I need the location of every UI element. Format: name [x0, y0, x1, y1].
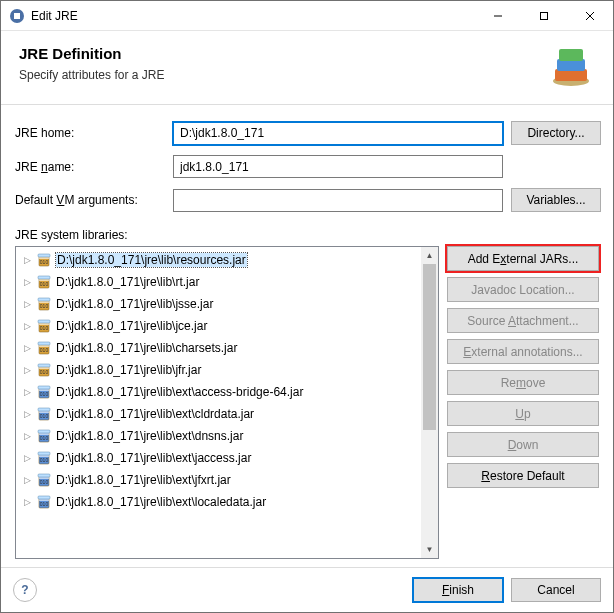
expand-icon[interactable]: ▷ [20, 387, 34, 397]
header-title: JRE Definition [19, 45, 595, 62]
tree-item[interactable]: ▷010D:\jdk1.8.0_171\jre\lib\ext\access-b… [16, 381, 421, 403]
tree-item[interactable]: ▷010D:\jdk1.8.0_171\jre\lib\ext\jfxrt.ja… [16, 469, 421, 491]
svg-rect-40 [38, 408, 50, 411]
svg-rect-48 [38, 452, 50, 455]
remove-button[interactable]: Remove [447, 370, 599, 395]
tree-item[interactable]: ▷010D:\jdk1.8.0_171\jre\lib\ext\localeda… [16, 491, 421, 513]
directory-button[interactable]: Directory... [511, 121, 601, 145]
svg-text:010: 010 [40, 325, 49, 331]
tree-item-label: D:\jdk1.8.0_171\jre\lib\ext\dnsns.jar [56, 429, 243, 443]
jar-icon: 010 [36, 362, 52, 378]
jre-home-input[interactable] [173, 122, 503, 145]
jre-name-input[interactable] [173, 155, 503, 178]
tree-item[interactable]: ▷010D:\jdk1.8.0_171\jre\lib\rt.jar [16, 271, 421, 293]
jar-icon: 010 [36, 274, 52, 290]
down-button[interactable]: Down [447, 432, 599, 457]
expand-icon[interactable]: ▷ [20, 299, 34, 309]
jre-home-label: JRE home: [15, 126, 165, 140]
scroll-down-icon[interactable]: ▼ [421, 541, 438, 558]
tree-item-label: D:\jdk1.8.0_171\jre\lib\ext\localedata.j… [56, 495, 266, 509]
up-button[interactable]: Up [447, 401, 599, 426]
libraries-area: ▷010D:\jdk1.8.0_171\jre\lib\resources.ja… [15, 246, 601, 559]
close-button[interactable] [567, 1, 613, 31]
tree-item[interactable]: ▷010D:\jdk1.8.0_171\jre\lib\ext\cldrdata… [16, 403, 421, 425]
svg-rect-56 [38, 496, 50, 499]
expand-icon[interactable]: ▷ [20, 365, 34, 375]
source-attachment-button[interactable]: Source Attachment... [447, 308, 599, 333]
window-title: Edit JRE [31, 9, 475, 23]
tree-item-label: D:\jdk1.8.0_171\jre\lib\ext\jaccess.jar [56, 451, 251, 465]
svg-rect-32 [38, 364, 50, 367]
expand-icon[interactable]: ▷ [20, 431, 34, 441]
jar-icon: 010 [36, 494, 52, 510]
dialog-window: Edit JRE JRE Definition Specify attribut… [0, 0, 614, 613]
jar-icon: 010 [36, 472, 52, 488]
svg-text:010: 010 [40, 303, 49, 309]
expand-icon[interactable]: ▷ [20, 321, 34, 331]
vm-args-label: Default VM arguments: [15, 193, 165, 207]
app-icon [9, 8, 25, 24]
jar-icon: 010 [36, 406, 52, 422]
tree-item[interactable]: ▷010D:\jdk1.8.0_171\jre\lib\ext\jaccess.… [16, 447, 421, 469]
svg-rect-52 [38, 474, 50, 477]
svg-text:010: 010 [40, 281, 49, 287]
svg-rect-16 [38, 276, 50, 279]
expand-icon[interactable]: ▷ [20, 497, 34, 507]
svg-text:010: 010 [40, 259, 49, 265]
vm-args-row: Default VM arguments: Variables... [15, 188, 601, 212]
expand-icon[interactable]: ▷ [20, 255, 34, 265]
tree-item-label: D:\jdk1.8.0_171\jre\lib\ext\cldrdata.jar [56, 407, 254, 421]
titlebar: Edit JRE [1, 1, 613, 31]
tree-item-label: D:\jdk1.8.0_171\jre\lib\charsets.jar [56, 341, 237, 355]
jar-icon: 010 [36, 252, 52, 268]
svg-text:010: 010 [40, 457, 49, 463]
expand-icon[interactable]: ▷ [20, 277, 34, 287]
expand-icon[interactable]: ▷ [20, 409, 34, 419]
tree-item[interactable]: ▷010D:\jdk1.8.0_171\jre\lib\jce.jar [16, 315, 421, 337]
tree-item-label: D:\jdk1.8.0_171\jre\lib\rt.jar [56, 275, 199, 289]
svg-rect-3 [541, 12, 548, 19]
tree-item-label: D:\jdk1.8.0_171\jre\lib\ext\jfxrt.jar [56, 473, 231, 487]
svg-text:010: 010 [40, 479, 49, 485]
svg-rect-1 [14, 13, 20, 19]
help-icon[interactable]: ? [13, 578, 37, 602]
cancel-button[interactable]: Cancel [511, 578, 601, 602]
jar-icon: 010 [36, 450, 52, 466]
tree-item[interactable]: ▷010D:\jdk1.8.0_171\jre\lib\jsse.jar [16, 293, 421, 315]
tree-item-label: D:\jdk1.8.0_171\jre\lib\jfr.jar [56, 363, 201, 377]
tree-item-label: D:\jdk1.8.0_171\jre\lib\ext\access-bridg… [56, 385, 303, 399]
tree-item[interactable]: ▷010D:\jdk1.8.0_171\jre\lib\ext\dnsns.ja… [16, 425, 421, 447]
variables-button[interactable]: Variables... [511, 188, 601, 212]
jre-home-row: JRE home: Directory... [15, 121, 601, 145]
svg-rect-24 [38, 320, 50, 323]
external-annotations-button[interactable]: External annotations... [447, 339, 599, 364]
restore-default-button[interactable]: Restore Default [447, 463, 599, 488]
tree-item[interactable]: ▷010D:\jdk1.8.0_171\jre\lib\resources.ja… [16, 249, 421, 271]
jar-icon: 010 [36, 318, 52, 334]
dialog-header: JRE Definition Specify attributes for a … [1, 31, 613, 105]
jre-name-row: JRE name: [15, 155, 601, 178]
tree-item-label: D:\jdk1.8.0_171\jre\lib\resources.jar [56, 253, 247, 267]
tree-item[interactable]: ▷010D:\jdk1.8.0_171\jre\lib\jfr.jar [16, 359, 421, 381]
library-buttons: Add External JARs... Javadoc Location...… [447, 246, 601, 559]
expand-icon[interactable]: ▷ [20, 453, 34, 463]
scroll-thumb[interactable] [423, 264, 436, 430]
vm-args-input[interactable] [173, 189, 503, 212]
svg-rect-20 [38, 298, 50, 301]
jar-icon: 010 [36, 296, 52, 312]
tree-item[interactable]: ▷010D:\jdk1.8.0_171\jre\lib\charsets.jar [16, 337, 421, 359]
add-external-jars-button[interactable]: Add External JARs... [447, 246, 599, 271]
javadoc-location-button[interactable]: Javadoc Location... [447, 277, 599, 302]
svg-text:010: 010 [40, 501, 49, 507]
svg-rect-36 [38, 386, 50, 389]
finish-button[interactable]: Finish [413, 578, 503, 602]
jre-name-label: JRE name: [15, 160, 165, 174]
libraries-tree[interactable]: ▷010D:\jdk1.8.0_171\jre\lib\resources.ja… [15, 246, 439, 559]
tree-scrollbar[interactable]: ▲ ▼ [421, 247, 438, 558]
minimize-button[interactable] [475, 1, 521, 31]
scroll-up-icon[interactable]: ▲ [421, 247, 438, 264]
svg-rect-12 [38, 254, 50, 257]
expand-icon[interactable]: ▷ [20, 343, 34, 353]
expand-icon[interactable]: ▷ [20, 475, 34, 485]
maximize-button[interactable] [521, 1, 567, 31]
